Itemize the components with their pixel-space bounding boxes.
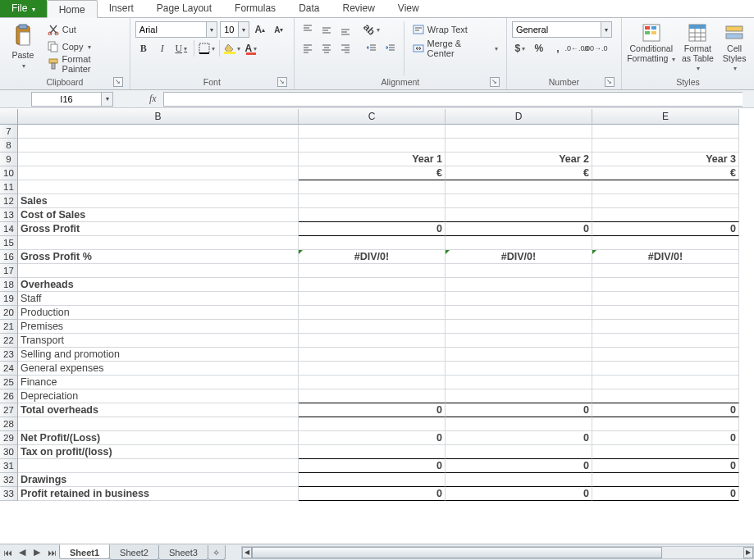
cell-E14[interactable]: 0 bbox=[592, 222, 739, 236]
row-header-8[interactable]: 8 bbox=[0, 139, 18, 153]
cell-E12[interactable] bbox=[592, 194, 739, 208]
cell-B15[interactable] bbox=[18, 236, 299, 250]
cell-C7[interactable] bbox=[299, 125, 446, 139]
cell-D20[interactable] bbox=[446, 306, 592, 320]
increase-indent-button[interactable] bbox=[382, 40, 399, 57]
sheet-tab-3[interactable]: Sheet3 bbox=[158, 545, 208, 560]
cell-C14[interactable]: 0 bbox=[299, 222, 446, 236]
cell-B18[interactable]: Overheads bbox=[18, 278, 299, 292]
cell-B32[interactable]: Drawings bbox=[18, 473, 299, 487]
clipboard-launcher[interactable]: ↘ bbox=[113, 77, 123, 87]
cell-C22[interactable] bbox=[299, 334, 446, 348]
orientation-button[interactable]: ab▾ bbox=[363, 21, 380, 38]
name-box[interactable] bbox=[31, 92, 102, 107]
cell-C26[interactable] bbox=[299, 389, 446, 403]
cell-B27[interactable]: Total overheads bbox=[18, 403, 299, 417]
cell-B13[interactable]: Cost of Sales bbox=[18, 208, 299, 222]
decrease-decimal-button[interactable]: .00→.0 bbox=[587, 40, 604, 57]
tab-insert[interactable]: Insert bbox=[98, 0, 145, 17]
cell-C21[interactable] bbox=[299, 320, 446, 334]
sheet-nav-last[interactable]: ⏭ bbox=[45, 546, 58, 559]
cell-B22[interactable]: Transport bbox=[18, 334, 299, 348]
row-header-25[interactable]: 25 bbox=[0, 376, 18, 389]
row-header-7[interactable]: 7 bbox=[0, 125, 18, 139]
row-header-24[interactable]: 24 bbox=[0, 362, 18, 376]
alignment-launcher[interactable]: ↘ bbox=[490, 77, 500, 87]
row-header-30[interactable]: 30 bbox=[0, 445, 18, 459]
cell-D31[interactable]: 0 bbox=[446, 459, 592, 473]
tab-page-layout[interactable]: Page Layout bbox=[145, 0, 223, 17]
cell-C16[interactable]: #DIV/0! bbox=[299, 250, 446, 264]
cell-C12[interactable] bbox=[299, 194, 446, 208]
cell-E18[interactable] bbox=[592, 278, 739, 292]
row-header-32[interactable]: 32 bbox=[0, 473, 18, 487]
cell-C27[interactable]: 0 bbox=[299, 403, 446, 417]
row-header-11[interactable]: 11 bbox=[0, 180, 18, 194]
font-name-combo[interactable]: ▾ bbox=[135, 21, 217, 38]
increase-decimal-button[interactable]: .0←.00 bbox=[569, 40, 585, 57]
cell-B31[interactable] bbox=[18, 459, 299, 473]
cell-C30[interactable] bbox=[299, 445, 446, 459]
sheet-nav-prev[interactable]: ◀ bbox=[16, 546, 29, 559]
tab-data[interactable]: Data bbox=[287, 0, 331, 17]
cell-C33[interactable]: 0 bbox=[299, 487, 446, 501]
cell-D26[interactable] bbox=[446, 389, 592, 403]
cell-E25[interactable] bbox=[592, 376, 739, 389]
cell-C31[interactable]: 0 bbox=[299, 459, 446, 473]
cell-E10[interactable]: € bbox=[592, 166, 739, 180]
cell-E13[interactable] bbox=[592, 208, 739, 222]
cell-D28[interactable] bbox=[446, 417, 592, 431]
conditional-formatting-button[interactable]: Conditional Formatting ▾ bbox=[627, 21, 676, 74]
cell-E29[interactable]: 0 bbox=[592, 431, 739, 445]
cell-C8[interactable] bbox=[299, 139, 446, 153]
cell-styles-button[interactable]: Cell Styles ▾ bbox=[720, 21, 749, 74]
cell-C24[interactable] bbox=[299, 362, 446, 376]
row-header-10[interactable]: 10 bbox=[0, 166, 18, 180]
cell-D29[interactable]: 0 bbox=[446, 431, 592, 445]
cell-B28[interactable] bbox=[18, 417, 299, 431]
col-header-C[interactable]: C bbox=[299, 109, 446, 125]
merge-center-button[interactable]: Merge & Center▾ bbox=[409, 40, 501, 57]
cell-E23[interactable] bbox=[592, 348, 739, 362]
cell-D24[interactable] bbox=[446, 362, 592, 376]
align-bottom-button[interactable] bbox=[337, 21, 354, 38]
formula-bar[interactable] bbox=[163, 92, 743, 107]
select-all-corner[interactable] bbox=[0, 109, 18, 125]
cell-E9[interactable]: Year 3 bbox=[592, 153, 739, 166]
col-header-D[interactable]: D bbox=[446, 109, 592, 125]
cell-E16[interactable]: #DIV/0! bbox=[592, 250, 739, 264]
cell-C28[interactable] bbox=[299, 417, 446, 431]
row-header-16[interactable]: 16 bbox=[0, 250, 18, 264]
cell-C9[interactable]: Year 1 bbox=[299, 153, 446, 166]
cell-E7[interactable] bbox=[592, 125, 739, 139]
row-header-20[interactable]: 20 bbox=[0, 306, 18, 320]
cell-D8[interactable] bbox=[446, 139, 592, 153]
borders-button[interactable]: ▾ bbox=[199, 40, 215, 57]
cell-C19[interactable] bbox=[299, 292, 446, 306]
italic-button[interactable]: I bbox=[154, 40, 171, 57]
cell-E27[interactable]: 0 bbox=[592, 403, 739, 417]
col-header-E[interactable]: E bbox=[592, 109, 739, 125]
cell-C20[interactable] bbox=[299, 306, 446, 320]
new-sheet-button[interactable]: ✧ bbox=[208, 545, 226, 560]
cell-D13[interactable] bbox=[446, 208, 592, 222]
row-header-21[interactable]: 21 bbox=[0, 320, 18, 334]
name-box-dropdown[interactable]: ▾ bbox=[102, 92, 113, 107]
row-header-12[interactable]: 12 bbox=[0, 194, 18, 208]
sheet-nav-next[interactable]: ▶ bbox=[30, 546, 43, 559]
row-header-33[interactable]: 33 bbox=[0, 487, 18, 501]
cell-D21[interactable] bbox=[446, 320, 592, 334]
cell-D27[interactable]: 0 bbox=[446, 403, 592, 417]
decrease-font-button[interactable]: A▾ bbox=[271, 21, 287, 38]
row-header-22[interactable]: 22 bbox=[0, 334, 18, 348]
cell-D11[interactable] bbox=[446, 180, 592, 194]
row-header-29[interactable]: 29 bbox=[0, 431, 18, 445]
row-header-28[interactable]: 28 bbox=[0, 417, 18, 431]
row-header-14[interactable]: 14 bbox=[0, 222, 18, 236]
row-header-9[interactable]: 9 bbox=[0, 153, 18, 166]
row-header-17[interactable]: 17 bbox=[0, 264, 18, 278]
row-header-23[interactable]: 23 bbox=[0, 348, 18, 362]
comma-button[interactable]: , bbox=[550, 40, 566, 57]
cell-D23[interactable] bbox=[446, 348, 592, 362]
cell-B11[interactable] bbox=[18, 180, 299, 194]
